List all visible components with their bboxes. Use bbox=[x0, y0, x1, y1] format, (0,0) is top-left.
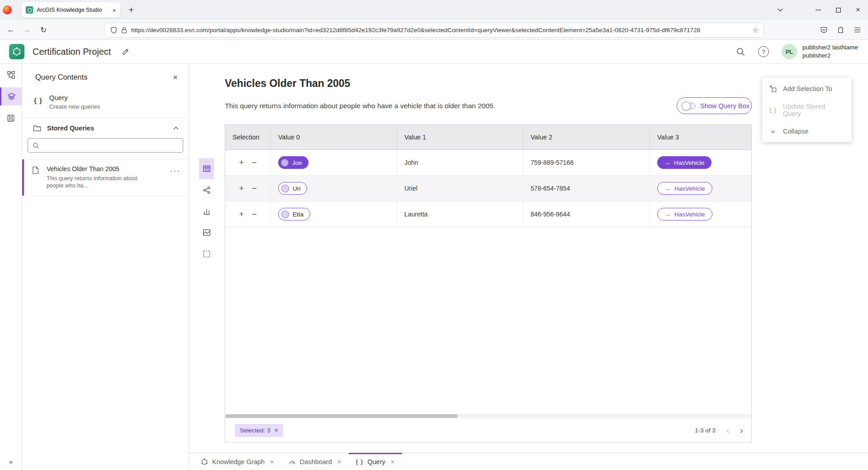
tracking-shield-icon[interactable] bbox=[110, 27, 117, 34]
remove-from-selection-icon[interactable]: − bbox=[252, 184, 257, 192]
column-header-value1[interactable]: Value 1 bbox=[397, 125, 523, 149]
add-to-selection-icon[interactable]: + bbox=[239, 158, 244, 167]
close-tab-icon[interactable]: × bbox=[391, 458, 395, 465]
pocket-icon[interactable] bbox=[816, 23, 832, 37]
add-to-selection-icon[interactable]: + bbox=[239, 210, 244, 218]
stored-queries-header[interactable]: Stored Queries bbox=[22, 118, 189, 136]
stored-query-list-item[interactable]: Vehicles Older Than 2005 This query retu… bbox=[22, 159, 189, 196]
edit-title-icon[interactable] bbox=[122, 48, 129, 56]
histogram-icon[interactable] bbox=[199, 201, 214, 222]
clear-selection-icon[interactable]: × bbox=[275, 427, 278, 433]
relationship-pill[interactable]: →HasVehicle bbox=[657, 156, 711, 169]
tab-dashboard[interactable]: Dashboard × bbox=[281, 453, 349, 470]
firefox-view-icon[interactable] bbox=[3, 5, 12, 14]
scrollbar-thumb[interactable] bbox=[225, 414, 458, 418]
url-text[interactable]: https://dev0028833.esri.com/portal/apps/… bbox=[131, 27, 749, 34]
menu-item-collapse[interactable]: » Collapse bbox=[762, 120, 852, 142]
padlock-icon[interactable] bbox=[121, 27, 127, 34]
help-icon[interactable]: ? bbox=[758, 46, 769, 57]
extensions-icon[interactable] bbox=[832, 23, 849, 37]
add-to-selection-icon[interactable]: + bbox=[239, 184, 244, 192]
close-tab-icon[interactable]: × bbox=[337, 458, 342, 465]
next-page-icon[interactable]: › bbox=[740, 426, 743, 435]
entity-pill[interactable]: Uri bbox=[278, 182, 307, 195]
relationship-pill[interactable]: →HasVehicle bbox=[657, 182, 712, 195]
column-header-selection[interactable]: Selection bbox=[225, 125, 270, 149]
toggle-switch[interactable] bbox=[683, 103, 696, 109]
tab-knowledge-graph[interactable]: Knowledge Graph × bbox=[194, 453, 281, 470]
map-icon[interactable] bbox=[199, 222, 214, 243]
menu-item-add-selection-to[interactable]: Add Selection To bbox=[762, 78, 852, 99]
entity-dot-icon bbox=[281, 159, 289, 167]
cell-value2: 846-956-8644 bbox=[523, 201, 650, 227]
new-query-title: Query bbox=[49, 94, 100, 101]
braces-icon: { } bbox=[356, 458, 364, 465]
arrow-icon: → bbox=[664, 185, 671, 192]
entity-pill[interactable]: Etta bbox=[278, 208, 310, 221]
query-contents-panel: Query Contents × { } Query Create new qu… bbox=[22, 64, 189, 470]
column-header-value2[interactable]: Value 2 bbox=[523, 125, 650, 149]
selection-context-menu: Add Selection To { } Update Stored Query… bbox=[762, 77, 852, 142]
entity-pill[interactable]: Joe bbox=[278, 156, 308, 169]
layers-icon[interactable] bbox=[0, 87, 22, 106]
browser-tab[interactable]: ArcGIS Knowledge Studio × bbox=[22, 2, 120, 18]
close-panel-icon[interactable]: × bbox=[173, 73, 178, 82]
remove-from-selection-icon[interactable]: − bbox=[252, 210, 257, 218]
relationship-pill[interactable]: →HasVehicle bbox=[657, 208, 712, 221]
list-all-tabs-icon[interactable] bbox=[770, 0, 790, 20]
table-row[interactable]: + − Joe John 759-889-57168 →HasVehicle bbox=[225, 150, 751, 176]
column-header-value0[interactable]: Value 0 bbox=[270, 125, 397, 149]
forward-icon[interactable]: → bbox=[19, 23, 35, 37]
arcgis-favicon bbox=[26, 6, 33, 14]
dashboard-icon bbox=[289, 459, 296, 465]
table-row[interactable]: + − Etta Lauretta 846-956-8644 →HasVehic… bbox=[225, 201, 751, 227]
cell-value2: 578-654-7854 bbox=[523, 176, 650, 201]
link-chart-icon[interactable] bbox=[199, 179, 214, 201]
previous-page-icon[interactable]: ‹ bbox=[726, 426, 730, 435]
horizontal-scrollbar[interactable] bbox=[225, 414, 751, 418]
close-window-icon[interactable]: × bbox=[848, 0, 868, 20]
hierarchy-icon[interactable] bbox=[0, 66, 22, 84]
table-row[interactable]: + − Uri Uriel 578-654-7854 →HasVehicle bbox=[225, 176, 751, 201]
close-tab-icon[interactable]: × bbox=[270, 458, 274, 465]
item-options-icon[interactable]: ··· bbox=[170, 167, 180, 176]
cell-value1: John bbox=[397, 150, 523, 175]
arrow-icon: → bbox=[664, 159, 670, 166]
table-view-icon[interactable] bbox=[199, 158, 214, 179]
chevron-up-icon[interactable] bbox=[173, 126, 179, 130]
tab-close-icon[interactable]: × bbox=[112, 7, 116, 14]
stored-queries-search[interactable] bbox=[28, 138, 183, 153]
back-icon[interactable]: ← bbox=[3, 23, 19, 37]
app-header: Certification Project ? PL publisher2 la… bbox=[0, 40, 868, 64]
table-footer: Selected: 3 × 1-3 of 3 ‹ › bbox=[225, 418, 751, 442]
new-tab-button[interactable]: + bbox=[124, 3, 138, 17]
minimize-icon[interactable] bbox=[808, 0, 828, 20]
cell-value1: Uriel bbox=[397, 176, 523, 201]
url-bar[interactable]: https://dev0028833.esri.com/portal/apps/… bbox=[105, 23, 764, 37]
maximize-icon[interactable] bbox=[828, 0, 848, 20]
tab-query[interactable]: { } Query × bbox=[349, 453, 402, 470]
view-toolbar bbox=[199, 158, 214, 264]
menu-icon[interactable] bbox=[849, 23, 866, 37]
reload-icon[interactable]: ↻ bbox=[35, 23, 52, 37]
selection-tool-icon[interactable] bbox=[199, 243, 214, 264]
show-query-box-toggle[interactable]: Show Query Box bbox=[677, 97, 752, 114]
search-icon[interactable] bbox=[736, 47, 745, 57]
user-username: publisher2 bbox=[802, 52, 858, 60]
expand-panel-icon[interactable]: » bbox=[0, 458, 22, 465]
project-title: Certification Project bbox=[33, 47, 111, 57]
query-description: This query returns information about peo… bbox=[225, 102, 495, 110]
tab-title: ArcGIS Knowledge Studio bbox=[37, 7, 109, 13]
user-avatar[interactable]: PL bbox=[782, 44, 797, 59]
new-query-item[interactable]: { } Query Create new queries bbox=[22, 90, 189, 118]
stored-queries-search-input[interactable] bbox=[43, 142, 178, 149]
bookmark-star-icon[interactable]: ☆ bbox=[753, 26, 759, 34]
menu-item-update-stored-query[interactable]: { } Update Stored Query bbox=[762, 99, 852, 120]
user-name: publisher2 lastName bbox=[802, 43, 858, 52]
save-icon[interactable] bbox=[0, 109, 22, 127]
remove-from-selection-icon[interactable]: − bbox=[252, 158, 257, 167]
selected-count-chip[interactable]: Selected: 3 × bbox=[235, 424, 283, 437]
column-header-value3[interactable]: Value 3 bbox=[650, 125, 751, 149]
user-name-block[interactable]: publisher2 lastName publisher2 bbox=[802, 43, 858, 59]
add-selection-icon bbox=[769, 85, 777, 92]
